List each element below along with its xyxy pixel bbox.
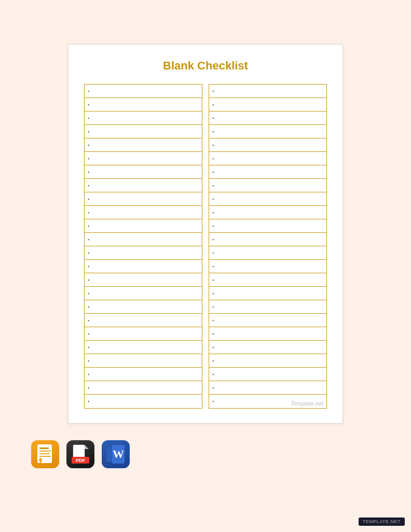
checklist-row[interactable]: ▪ <box>85 192 202 206</box>
word-app-icon[interactable]: W <box>102 440 130 468</box>
checkbox-icon: ▪ <box>212 358 214 363</box>
document-title: Blank Checklist <box>84 59 327 73</box>
checkbox-icon: ▪ <box>88 183 89 188</box>
checkbox-icon: ▪ <box>88 223 89 229</box>
checklist-row[interactable]: ▪ <box>209 327 326 341</box>
checkbox-icon: ▪ <box>88 129 89 134</box>
checklist-row[interactable]: ▪ <box>85 381 202 395</box>
checkbox-icon: ▪ <box>212 291 214 296</box>
checklist-row[interactable]: ▪ <box>85 273 202 287</box>
checkbox-icon: ▪ <box>212 345 214 350</box>
checkbox-icon: ▪ <box>88 399 89 404</box>
checklist-row[interactable]: ▪ <box>209 273 326 287</box>
checklist-row[interactable]: ▪ <box>85 165 202 179</box>
checklist-row[interactable]: ▪ <box>85 125 202 138</box>
checkbox-icon: ▪ <box>212 89 214 94</box>
checkbox-icon: ▪ <box>212 223 214 229</box>
checkbox-icon: ▪ <box>88 318 89 323</box>
checklist-row[interactable]: ▪ <box>85 85 202 98</box>
checklist-row[interactable]: ▪ <box>85 138 202 152</box>
svg-rect-3 <box>39 453 50 454</box>
checkbox-icon: ▪ <box>212 250 214 256</box>
checklist-row[interactable]: ▪ <box>209 138 326 152</box>
checkbox-icon: ▪ <box>88 304 89 310</box>
checklist-row[interactable]: ▪ <box>85 260 202 273</box>
checklist-row[interactable]: ▪ <box>209 260 326 273</box>
checklist-row[interactable]: ▪ <box>209 300 326 314</box>
checkbox-icon: ▪ <box>212 331 214 337</box>
checkbox-icon: ▪ <box>88 156 89 161</box>
checkbox-icon: ▪ <box>88 291 89 296</box>
svg-rect-6 <box>40 458 42 463</box>
checklist-row[interactable]: ▪ <box>85 354 202 368</box>
checkbox-icon: ▪ <box>88 250 89 256</box>
checkbox-icon: ▪ <box>88 116 89 121</box>
checklist-row[interactable]: ▪ <box>85 314 202 327</box>
watermark-text: Template.net <box>291 400 323 407</box>
checkbox-icon: ▪ <box>212 197 214 202</box>
checkbox-icon: ▪ <box>212 237 214 242</box>
checkbox-icon: ▪ <box>212 156 214 161</box>
template-net-badge: TEMPLATE.NET <box>359 517 405 526</box>
checklist-row[interactable]: ▪ <box>209 219 326 233</box>
checklist-row[interactable]: ▪ <box>209 233 326 246</box>
checklist-row[interactable]: ▪ <box>85 219 202 233</box>
checkbox-icon: ▪ <box>212 102 214 107</box>
checklist-row[interactable]: ▪ <box>209 152 326 165</box>
checkbox-icon: ▪ <box>88 102 89 107</box>
checklist-row[interactable]: ▪ <box>85 368 202 381</box>
checkbox-icon: ▪ <box>212 372 214 377</box>
checklist-row[interactable]: ▪ <box>85 98 202 111</box>
checklist-row[interactable]: ▪ <box>209 354 326 368</box>
checklist-row[interactable]: ▪ <box>209 341 326 354</box>
checkbox-icon: ▪ <box>212 264 214 269</box>
checkbox-icon: ▪ <box>212 210 214 215</box>
checklist-row[interactable]: ▪ <box>209 246 326 260</box>
svg-text:PDF: PDF <box>76 458 86 463</box>
checklist-row[interactable]: ▪ <box>209 125 326 138</box>
pdf-app-icon[interactable]: PDF <box>66 440 94 468</box>
checklist-row[interactable]: ▪ <box>209 111 326 125</box>
checkbox-icon: ▪ <box>88 210 89 215</box>
checklist-row[interactable]: ▪ <box>209 85 326 98</box>
checkbox-icon: ▪ <box>88 170 89 175</box>
checkbox-icon: ▪ <box>88 197 89 202</box>
app-icons-row: PDF W <box>31 440 130 468</box>
checklist-row[interactable]: ▪ <box>85 179 202 192</box>
checklist-row[interactable]: ▪ <box>209 206 326 219</box>
checklist-row[interactable]: ▪ <box>209 179 326 192</box>
checklist-row[interactable]: ▪ <box>85 300 202 314</box>
checklist-row[interactable]: ▪ <box>85 111 202 125</box>
checklist-row[interactable]: ▪ <box>85 246 202 260</box>
checkbox-icon: ▪ <box>88 89 89 94</box>
checklist-row[interactable]: ▪ <box>85 287 202 300</box>
checklist-row[interactable]: ▪ <box>209 287 326 300</box>
checklist-row[interactable]: ▪ <box>209 165 326 179</box>
pages-app-icon[interactable] <box>31 440 59 468</box>
checklist-row[interactable]: ▪ <box>85 233 202 246</box>
checklist-row[interactable]: ▪ <box>85 327 202 341</box>
checklist-row[interactable]: ▪ Template.net <box>209 395 326 408</box>
checkbox-icon: ▪ <box>212 399 214 404</box>
checklist-row[interactable]: ▪ <box>85 341 202 354</box>
checkbox-icon: ▪ <box>212 170 214 175</box>
checkbox-icon: ▪ <box>88 345 89 350</box>
checklist-row[interactable]: ▪ <box>85 395 202 408</box>
checklist-row[interactable]: ▪ <box>209 314 326 327</box>
checklist-grid: ▪ ▪ ▪ ▪ ▪ ▪ ▪ ▪ ▪ ▪ ▪ ▪ ▪ ▪ ▪ ▪ ▪ ▪ ▪ ▪ … <box>84 84 327 409</box>
checkbox-icon: ▪ <box>88 385 89 390</box>
checklist-row[interactable]: ▪ <box>209 368 326 381</box>
checkbox-icon: ▪ <box>212 143 214 148</box>
checkbox-icon: ▪ <box>88 277 89 283</box>
checklist-row[interactable]: ▪ <box>209 192 326 206</box>
checklist-row[interactable]: ▪ <box>85 152 202 165</box>
checkbox-icon: ▪ <box>212 385 214 390</box>
checkbox-icon: ▪ <box>212 116 214 121</box>
checkbox-icon: ▪ <box>212 304 214 310</box>
checkbox-icon: ▪ <box>212 318 214 323</box>
checklist-row[interactable]: ▪ <box>209 381 326 395</box>
checklist-row[interactable]: ▪ <box>85 206 202 219</box>
checkbox-icon: ▪ <box>88 264 89 269</box>
checklist-row[interactable]: ▪ <box>209 98 326 111</box>
checkbox-icon: ▪ <box>88 237 89 242</box>
